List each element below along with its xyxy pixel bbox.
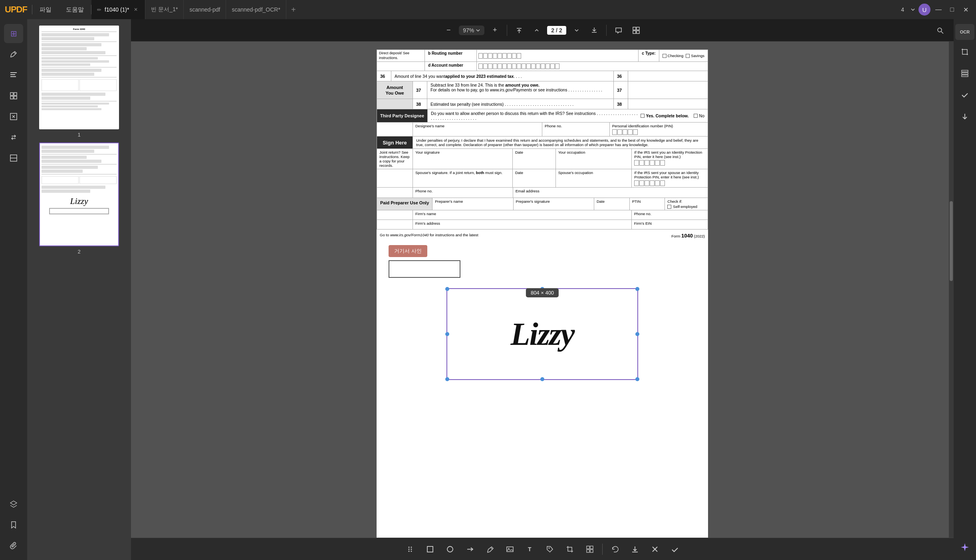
svg-rect-3 (10, 76, 16, 77)
user-avatar[interactable]: U (918, 4, 930, 16)
layout-button[interactable] (629, 23, 643, 38)
check-if-cell: Check if: Self-employed (665, 198, 708, 210)
no-checkbox[interactable] (694, 114, 698, 118)
page-down-icon (573, 27, 580, 34)
comment-icon (615, 26, 623, 34)
right-crop-icon[interactable] (955, 42, 974, 61)
download-tool[interactable] (627, 542, 643, 557)
tab-scanned-ocr[interactable]: scanned-pdf_OCR* (226, 0, 286, 19)
close-button[interactable]: ✕ (960, 4, 971, 15)
svg-point-25 (411, 546, 412, 548)
menu-file[interactable]: 파일 (32, 0, 59, 19)
page-bottom-button[interactable] (587, 23, 601, 38)
bookmark-icon (9, 520, 18, 529)
sidebar-organize[interactable] (4, 86, 23, 105)
go-sign-button[interactable]: 거기서 사인 (389, 245, 427, 257)
zoom-in-button[interactable]: + (488, 23, 502, 38)
svg-point-22 (938, 28, 942, 32)
sidebar-bottom (4, 495, 23, 560)
sidebar-bookmark[interactable] (4, 515, 23, 534)
date-label-1: Date (515, 150, 553, 154)
sig-text: Lizzy (511, 316, 574, 352)
page-down-button[interactable] (569, 23, 584, 38)
arrow-tool[interactable] (462, 542, 478, 557)
sidebar-extract[interactable] (4, 107, 23, 126)
zoom-level-display[interactable]: 97% (459, 26, 484, 35)
ocr-button[interactable]: OCR (955, 24, 974, 40)
svg-rect-34 (507, 547, 513, 552)
svg-point-31 (447, 546, 453, 552)
right-check-icon[interactable] (955, 85, 974, 105)
handle-bl[interactable] (445, 377, 449, 381)
comment-button[interactable] (611, 23, 626, 38)
handle-bm[interactable] (540, 377, 544, 381)
handle-br[interactable] (635, 377, 639, 381)
footer-suffix: for instructions and the latest (430, 233, 478, 237)
tab-empty-doc[interactable]: 빈 문서_1* (145, 0, 184, 19)
sidebar-layers[interactable] (4, 495, 23, 514)
rect-tool[interactable] (423, 542, 438, 557)
zoom-out-button[interactable]: − (441, 23, 456, 38)
preparer-name-cell: Preparer's name (432, 198, 513, 210)
text-tool[interactable]: T (522, 542, 538, 557)
direct-deposit-label: Direct deposit/ See instructions. (377, 50, 425, 61)
circle-tool[interactable] (442, 542, 458, 557)
preparer-sig-cell: Preparer's signature (514, 198, 594, 210)
scrollbar[interactable] (949, 42, 954, 538)
checking-label: Checking (668, 53, 684, 58)
right-flatten-icon[interactable] (955, 64, 974, 83)
app-logo[interactable]: UPDF (0, 4, 32, 15)
drag-icon (406, 545, 414, 553)
sidebar-convert[interactable] (4, 128, 23, 147)
self-employed-checkbox[interactable] (667, 205, 671, 209)
current-page-display[interactable]: 2 (551, 27, 554, 34)
sig-text-container: Lizzy (447, 289, 637, 379)
checking-checkbox[interactable] (663, 54, 667, 58)
sidebar-text[interactable] (4, 65, 23, 85)
page-top-button[interactable] (512, 23, 526, 38)
scrollbar-thumb[interactable] (950, 201, 953, 281)
handle-ml[interactable] (445, 332, 449, 336)
close-tool[interactable] (647, 542, 663, 557)
savings-option: Savings (686, 53, 704, 58)
crop-tool[interactable] (562, 542, 577, 557)
pen-tool[interactable] (482, 542, 498, 557)
select-tool[interactable] (582, 542, 597, 557)
menu-help[interactable]: 도움말 (59, 0, 91, 19)
handle-mr[interactable] (635, 332, 639, 336)
sidebar-thumbnails[interactable]: ⊞ (4, 24, 23, 43)
confirm-icon (671, 545, 679, 553)
go-sign-area: 거기서 사인 (377, 241, 708, 278)
yes-checkbox[interactable] (641, 114, 645, 118)
third-party-section: Third Party Designee Do you want to allo… (377, 109, 708, 137)
undo-tool[interactable] (607, 542, 623, 557)
footer-form-num: 1040 (681, 233, 693, 239)
sign-section: Sign Here Under penalties of perjury, I … (377, 137, 708, 198)
extract-icon (9, 112, 18, 121)
sidebar-annotate[interactable] (4, 45, 23, 64)
tab-f1040[interactable]: ✏ f1040 (1)* ✕ (91, 0, 145, 19)
dropdown-icon (910, 6, 916, 13)
confirm-tool[interactable] (667, 542, 682, 557)
checking-option: Checking (663, 53, 684, 58)
right-save-icon[interactable] (955, 107, 974, 126)
tag-tool[interactable] (542, 542, 557, 557)
thumb-page-1[interactable]: Form 1040 (39, 26, 119, 138)
arrow-icon (466, 545, 474, 553)
sig-resize-box[interactable]: Lizzy (446, 288, 638, 380)
right-ai-icon[interactable] (955, 538, 974, 557)
drag-tool[interactable] (403, 542, 418, 557)
search-button[interactable] (933, 23, 947, 38)
image-tool[interactable] (502, 542, 518, 557)
add-tab-button[interactable]: + (286, 5, 301, 14)
tab-f1040-close[interactable]: ✕ (132, 6, 139, 13)
maximize-button[interactable]: □ (946, 4, 958, 15)
savings-checkbox[interactable] (686, 54, 690, 58)
sidebar-compress[interactable] (4, 148, 23, 168)
minimize-button[interactable]: — (933, 4, 944, 15)
sidebar-attachment[interactable] (4, 536, 23, 555)
page-up-button[interactable] (530, 23, 544, 38)
handle-tr[interactable] (635, 287, 639, 291)
tab-scanned[interactable]: scanned-pdf (184, 0, 226, 19)
thumb-page-2[interactable]: Lizzy 2 (39, 142, 119, 255)
